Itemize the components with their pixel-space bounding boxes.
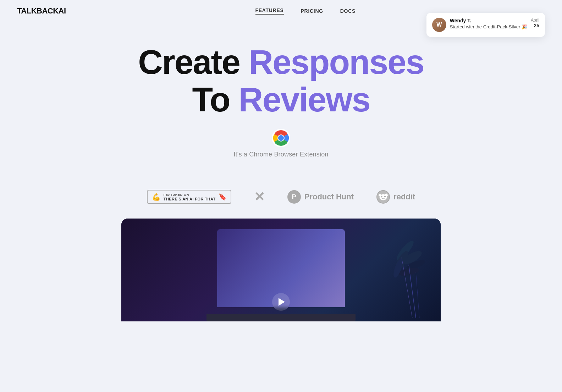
avatar: W bbox=[432, 18, 446, 32]
notification-content: Wendy T. Started with the Credit-Pack-Si… bbox=[450, 18, 527, 29]
notification-date: April 25 bbox=[531, 18, 539, 28]
reddit-link[interactable]: reddit bbox=[376, 190, 415, 204]
producthunt-label: Product Hunt bbox=[304, 192, 354, 201]
producthunt-link[interactable]: P Product Hunt bbox=[287, 190, 354, 204]
hero-description: It's a Chrome Browser Extension bbox=[233, 151, 328, 158]
svg-point-7 bbox=[381, 196, 382, 198]
laptop-base bbox=[206, 314, 356, 321]
svg-point-11 bbox=[379, 194, 381, 197]
hero-image-box bbox=[121, 219, 441, 321]
play-button[interactable] bbox=[272, 293, 290, 311]
svg-point-8 bbox=[384, 196, 386, 198]
navbar: TALKBACKAI FEATURES PRICING DOCS W Wendy… bbox=[0, 0, 562, 22]
producthunt-icon: P bbox=[287, 190, 301, 204]
aiforthat-badge-inner: 💪 FEATURED ON THERE'S AN AI FOR THAT 🔖 bbox=[147, 190, 231, 204]
play-icon bbox=[279, 298, 285, 306]
reddit-icon bbox=[376, 190, 390, 204]
x-icon: ✕ bbox=[254, 189, 265, 204]
social-proof-bar: 💪 FEATURED ON THERE'S AN AI FOR THAT 🔖 ✕… bbox=[0, 172, 562, 219]
notification-name: Wendy T. bbox=[450, 18, 527, 23]
hero-subtitle: It's a Chrome Browser Extension bbox=[17, 129, 545, 158]
logo[interactable]: TALKBACKAI bbox=[17, 6, 66, 16]
muscle-icon: 💪 bbox=[152, 193, 161, 201]
nav-pricing[interactable]: PRICING bbox=[301, 8, 323, 14]
nav-links: FEATURES PRICING DOCS bbox=[255, 7, 356, 15]
bookmark-icon: 🔖 bbox=[219, 193, 226, 201]
notification-card: W Wendy T. Started with the Credit-Pack-… bbox=[426, 13, 545, 37]
aiforthat-badge[interactable]: 💪 FEATURED ON THERE'S AN AI FOR THAT 🔖 bbox=[147, 190, 231, 204]
plant-decoration bbox=[356, 229, 426, 321]
nav-docs[interactable]: DOCS bbox=[340, 8, 356, 14]
chrome-icon bbox=[272, 129, 290, 147]
hero-image-section bbox=[0, 219, 562, 321]
reddit-label: reddit bbox=[393, 192, 415, 201]
svg-line-21 bbox=[416, 272, 419, 318]
hero-section: Create Responses To Reviews It's a Chr bbox=[0, 22, 562, 172]
hero-title: Create Responses To Reviews bbox=[17, 43, 545, 118]
svg-point-12 bbox=[385, 194, 388, 197]
svg-rect-10 bbox=[383, 194, 384, 195]
x-link[interactable]: ✕ bbox=[254, 189, 265, 204]
nav-features[interactable]: FEATURES bbox=[255, 7, 284, 15]
svg-point-3 bbox=[278, 135, 284, 141]
notification-text: Started with the Credit-Pack-Silver 🎉 bbox=[450, 24, 527, 29]
